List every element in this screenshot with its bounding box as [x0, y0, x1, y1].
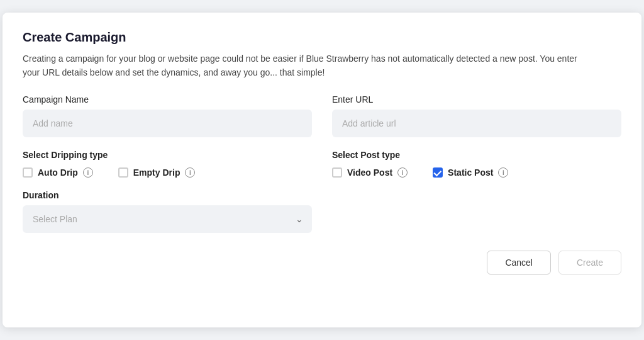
dripping-type-label: Select Dripping type: [23, 150, 312, 160]
duration-select[interactable]: Select Plan: [23, 205, 312, 233]
video-post-checkbox[interactable]: [332, 167, 342, 178]
cancel-button[interactable]: Cancel: [487, 251, 551, 275]
static-post-option[interactable]: Static Post i: [433, 167, 508, 178]
static-post-label: Static Post: [448, 167, 493, 178]
empty-drip-option[interactable]: Empty Drip i: [118, 167, 196, 178]
static-post-checkbox[interactable]: [433, 167, 443, 178]
empty-drip-label: Empty Drip: [133, 167, 180, 178]
dripping-type-section: Select Dripping type Auto Drip i Empty D…: [23, 150, 312, 178]
post-type-label: Select Post type: [332, 150, 621, 160]
duration-select-wrapper: Select Plan ⌄: [23, 205, 312, 233]
duration-label: Duration: [23, 190, 621, 200]
enter-url-group: Enter URL: [332, 94, 621, 137]
auto-drip-option[interactable]: Auto Drip i: [23, 167, 93, 178]
post-type-options: Video Post i Static Post i: [332, 167, 621, 178]
modal-title: Create Campaign: [23, 30, 621, 45]
campaign-name-input[interactable]: [23, 110, 312, 137]
auto-drip-label: Auto Drip: [38, 167, 78, 178]
post-type-section: Select Post type Video Post i Static Pos…: [332, 150, 621, 178]
video-post-info-icon[interactable]: i: [397, 167, 408, 178]
modal-footer: Cancel Create: [23, 251, 621, 275]
auto-drip-checkbox[interactable]: [23, 167, 33, 178]
campaign-name-label: Campaign Name: [23, 94, 312, 105]
video-post-label: Video Post: [347, 167, 392, 178]
options-row: Select Dripping type Auto Drip i Empty D…: [23, 150, 621, 178]
duration-section: Duration Select Plan ⌄: [23, 190, 621, 233]
modal-description: Creating a campaign for your blog or web…: [23, 52, 589, 79]
enter-url-label: Enter URL: [332, 94, 621, 105]
enter-url-input[interactable]: [332, 110, 621, 137]
empty-drip-checkbox[interactable]: [118, 167, 128, 178]
create-campaign-modal: Create Campaign Creating a campaign for …: [3, 13, 641, 327]
name-url-row: Campaign Name Enter URL: [23, 94, 621, 137]
video-post-option[interactable]: Video Post i: [332, 167, 408, 178]
static-post-info-icon[interactable]: i: [498, 167, 508, 178]
auto-drip-info-icon[interactable]: i: [83, 167, 93, 178]
empty-drip-info-icon[interactable]: i: [185, 167, 195, 178]
campaign-name-group: Campaign Name: [23, 94, 312, 137]
dripping-options: Auto Drip i Empty Drip i: [23, 167, 312, 178]
create-button[interactable]: Create: [558, 251, 621, 275]
